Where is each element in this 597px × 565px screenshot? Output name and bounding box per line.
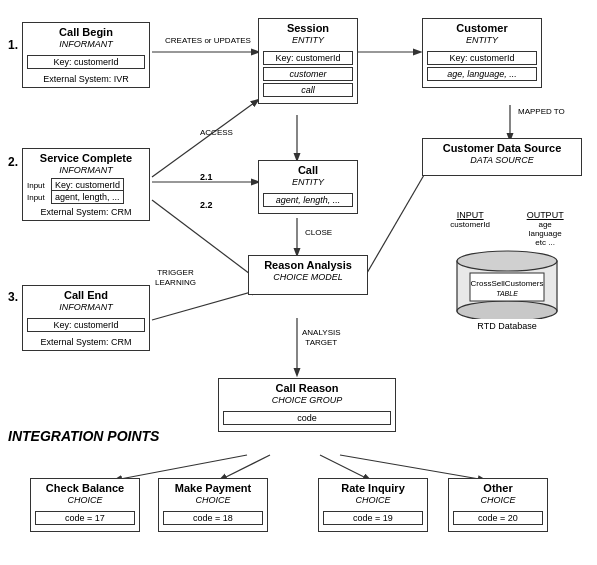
- call-subtitle: ENTITY: [259, 177, 357, 191]
- integration-points-label: INTEGRATION POINTS: [8, 428, 159, 444]
- svg-line-10: [115, 455, 247, 480]
- svg-line-12: [320, 455, 370, 480]
- svg-point-17: [457, 301, 557, 319]
- customer-title: Customer: [423, 19, 541, 35]
- session-field3: call: [263, 83, 353, 97]
- call-title: Call: [259, 161, 357, 177]
- analysis-target-label: ANALYSISTARGET: [302, 328, 341, 347]
- call-reason-title: Call Reason: [219, 379, 395, 395]
- cylinder-svg: CrossSellCustomers TABLE: [452, 249, 562, 319]
- output-label: OUTPUT age language etc ...: [527, 210, 564, 247]
- other-box: Other CHOICE code = 20: [448, 478, 548, 532]
- diagram-container: 1. 2. 3. Call Begin INFORMANT Key: custo…: [0, 0, 597, 565]
- call-reason-subtitle: CHOICE GROUP: [219, 395, 395, 409]
- call-end-title: Call End: [23, 286, 149, 302]
- reason-analysis-subtitle: CHOICE MODEL: [249, 272, 367, 286]
- svg-text:TABLE: TABLE: [496, 290, 518, 297]
- other-code: code = 20: [453, 511, 543, 525]
- svg-line-2: [152, 100, 258, 177]
- check-balance-title: Check Balance: [31, 479, 139, 495]
- service-complete-external: External System: CRM: [23, 205, 149, 220]
- rate-inquiry-title: Rate Inquiry: [319, 479, 427, 495]
- call-begin-input1: Key: customerId: [27, 55, 145, 69]
- creates-updates-label: CREATES or UPDATES: [165, 36, 251, 46]
- check-balance-code: code = 17: [35, 511, 135, 525]
- session-field1: Key: customerId: [263, 51, 353, 65]
- rtd-label: RTD Database: [432, 321, 582, 331]
- session-box: Session ENTITY Key: customerId customer …: [258, 18, 358, 104]
- session-title: Session: [259, 19, 357, 35]
- customer-field1: Key: customerId: [427, 51, 537, 65]
- make-payment-code: code = 18: [163, 511, 263, 525]
- rtd-db-area: INPUT customerId OUTPUT age language etc…: [432, 210, 582, 331]
- other-title: Other: [449, 479, 547, 495]
- other-subtitle: CHOICE: [449, 495, 547, 509]
- svg-text:CrossSellCustomers: CrossSellCustomers: [471, 279, 544, 288]
- session-field2: customer: [263, 67, 353, 81]
- call-end-subtitle: INFORMANT: [23, 302, 149, 316]
- section-2: 2.: [8, 155, 18, 169]
- customer-field2: age, language, ...: [427, 67, 537, 81]
- check-balance-box: Check Balance CHOICE code = 17: [30, 478, 140, 532]
- svg-line-11: [220, 455, 270, 480]
- label-22: 2.2: [200, 200, 213, 210]
- section-1: 1.: [8, 38, 18, 52]
- customer-data-source-subtitle: DATA SOURCE: [423, 155, 581, 169]
- rate-inquiry-box: Rate Inquiry CHOICE code = 19: [318, 478, 428, 532]
- section-3: 3.: [8, 290, 18, 304]
- service-complete-input-label2: Input agent, length, ...: [23, 191, 149, 205]
- customer-subtitle: ENTITY: [423, 35, 541, 49]
- close-label: CLOSE: [305, 228, 332, 237]
- call-begin-subtitle: INFORMANT: [23, 39, 149, 53]
- call-box: Call ENTITY agent, length, ...: [258, 160, 358, 214]
- svg-line-9: [360, 175, 424, 285]
- db-labels: INPUT customerId OUTPUT age language etc…: [432, 210, 582, 247]
- call-field1: agent, length, ...: [263, 193, 353, 207]
- check-balance-subtitle: CHOICE: [31, 495, 139, 509]
- access-label: ACCESS: [200, 128, 233, 137]
- customer-data-source-box: Customer Data Source DATA SOURCE: [422, 138, 582, 176]
- svg-point-16: [457, 251, 557, 271]
- call-end-box: Call End INFORMANT Key: customerId Exter…: [22, 285, 150, 351]
- reason-analysis-title: Reason Analysis: [249, 256, 367, 272]
- make-payment-box: Make Payment CHOICE code = 18: [158, 478, 268, 532]
- session-subtitle: ENTITY: [259, 35, 357, 49]
- rate-inquiry-subtitle: CHOICE: [319, 495, 427, 509]
- svg-line-13: [340, 455, 485, 480]
- reason-analysis-box: Reason Analysis CHOICE MODEL: [248, 255, 368, 295]
- call-begin-external: External System: IVR: [23, 71, 149, 87]
- rate-inquiry-code: code = 19: [323, 511, 423, 525]
- service-complete-subtitle: INFORMANT: [23, 165, 149, 179]
- call-reason-box: Call Reason CHOICE GROUP code: [218, 378, 396, 432]
- call-begin-title: Call Begin: [23, 23, 149, 39]
- make-payment-subtitle: CHOICE: [159, 495, 267, 509]
- call-end-input1: Key: customerId: [27, 318, 145, 332]
- call-reason-field1: code: [223, 411, 391, 425]
- service-complete-title: Service Complete: [23, 149, 149, 165]
- call-begin-box: Call Begin INFORMANT Key: customerId Ext…: [22, 22, 150, 88]
- mapped-to-label: MAPPED TO: [518, 107, 565, 116]
- customer-data-source-title: Customer Data Source: [423, 139, 581, 155]
- customer-box: Customer ENTITY Key: customerId age, lan…: [422, 18, 542, 88]
- service-complete-box: Service Complete INFORMANT Input Key: cu…: [22, 148, 150, 221]
- call-end-external: External System: CRM: [23, 334, 149, 350]
- label-21: 2.1: [200, 172, 213, 182]
- trigger-learning-label: TRIGGERLEARNING: [155, 268, 196, 287]
- input-label: INPUT customerId: [450, 210, 490, 247]
- make-payment-title: Make Payment: [159, 479, 267, 495]
- svg-line-5: [152, 290, 258, 320]
